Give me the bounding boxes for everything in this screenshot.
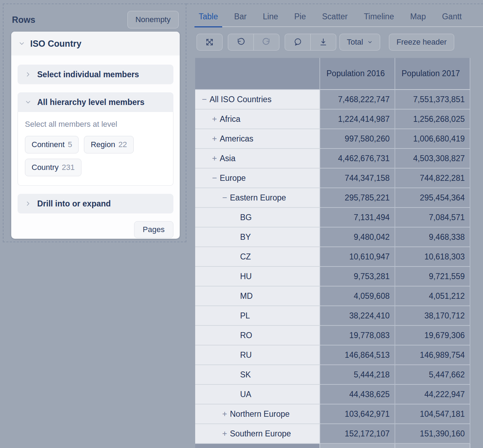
- row-label: MD: [240, 291, 253, 301]
- value-cell-2016: 744,347,158: [320, 169, 395, 188]
- level-label: Continent: [32, 140, 65, 149]
- expand-fullscreen-button[interactable]: [197, 34, 222, 50]
- expand-toggle-icon[interactable]: +: [221, 409, 228, 419]
- value-cell-2016: 10,610,947: [320, 247, 395, 267]
- value-cell-2017: 10,618,303: [395, 247, 470, 267]
- undo-icon: [236, 38, 245, 47]
- value-cell-2017: 4,051,212: [395, 286, 470, 306]
- tab-bar[interactable]: Bar: [230, 10, 251, 27]
- redo-button[interactable]: [253, 34, 279, 50]
- row-label-cell[interactable]: +Southern Europe: [195, 424, 320, 444]
- undo-button[interactable]: [228, 34, 253, 50]
- value-cell-2017: 38,170,712: [395, 306, 470, 326]
- expand-toggle-icon[interactable]: +: [221, 429, 228, 439]
- level-button-region[interactable]: Region22: [84, 136, 133, 153]
- partial-value-cell: [320, 444, 395, 448]
- comment-button[interactable]: [285, 34, 310, 50]
- row-label-cell[interactable]: +Americas: [195, 129, 320, 149]
- section-all-hierarchy-level-members[interactable]: All hierarchy level members: [18, 92, 173, 112]
- section-select-individual-members[interactable]: Select individual members: [18, 65, 173, 84]
- nonempty-button[interactable]: Nonempty: [127, 11, 179, 28]
- row-label-cell[interactable]: +Asia: [195, 149, 320, 169]
- row-label-cell[interactable]: SK: [195, 365, 320, 385]
- collapse-toggle-icon[interactable]: −: [201, 94, 207, 104]
- level-button-country[interactable]: Country231: [25, 159, 81, 176]
- row-label-cell[interactable]: BY: [195, 228, 320, 247]
- row-label: PL: [240, 311, 250, 321]
- expand-toggle-icon[interactable]: +: [211, 134, 218, 144]
- value-cell-2017: 5,447,662: [395, 365, 470, 385]
- row-label: RU: [240, 350, 252, 360]
- value-cell-2016: 146,864,513: [320, 345, 395, 365]
- chevron-right-icon: [25, 71, 32, 78]
- row-label-cell[interactable]: MD: [195, 286, 320, 306]
- value-cell-2017: 19,679,306: [395, 326, 470, 345]
- row-label-cell[interactable]: −Eastern Europe: [195, 188, 320, 208]
- value-cell-2016: 4,462,676,731: [320, 149, 395, 169]
- total-dropdown[interactable]: Total: [340, 34, 380, 50]
- freeze-header-button[interactable]: Freeze header: [389, 34, 454, 50]
- value-cell-2017: 1,006,680,419: [395, 129, 470, 149]
- section-drill-into-or-expand[interactable]: Drill into or expand: [18, 194, 173, 213]
- value-cell-2016: 152,172,107: [320, 424, 395, 444]
- row-label-cell[interactable]: CZ: [195, 247, 320, 267]
- tab-map[interactable]: Map: [406, 10, 430, 27]
- value-cell-2017: 9,468,338: [395, 228, 470, 247]
- section-label: Drill into or expand: [37, 199, 111, 209]
- level-label: Region: [91, 140, 115, 149]
- expand-icon: [205, 38, 214, 47]
- row-label-cell[interactable]: UA: [195, 385, 320, 404]
- column-header[interactable]: Population 2016: [320, 58, 395, 90]
- expand-toggle-icon[interactable]: +: [211, 114, 218, 124]
- row-label-cell[interactable]: HU: [195, 267, 320, 286]
- download-button[interactable]: [310, 34, 336, 50]
- row-label: BG: [240, 213, 252, 222]
- row-label: SK: [240, 370, 251, 380]
- comment-bubble-icon: [293, 38, 302, 47]
- value-cell-2017: 295,454,364: [395, 188, 470, 208]
- value-cell-2017: 146,989,754: [395, 345, 470, 365]
- tab-timeline[interactable]: Timeline: [359, 10, 398, 27]
- value-cell-2016: 44,438,625: [320, 385, 395, 404]
- level-member-count: 5: [68, 140, 72, 149]
- value-cell-2017: 7,084,571: [395, 208, 470, 228]
- row-label-cell[interactable]: −All ISO Countries: [195, 90, 320, 110]
- value-cell-2017: 1,256,268,025: [395, 110, 470, 129]
- value-cell-2016: 4,059,608: [320, 286, 395, 306]
- rows-drop-zone: Rows Nonempty ISO Country Select individ…: [3, 4, 186, 242]
- row-label: BY: [240, 232, 251, 242]
- row-label: Asia: [220, 154, 236, 163]
- row-label-cell[interactable]: PL: [195, 306, 320, 326]
- tab-table[interactable]: Table: [194, 10, 222, 27]
- table-toolbar: Total Freeze header: [197, 34, 454, 51]
- row-label-cell[interactable]: +Northern Europe: [195, 404, 320, 424]
- row-label-cell[interactable]: BG: [195, 208, 320, 228]
- value-cell-2016: 5,444,218: [320, 365, 395, 385]
- expand-toggle-icon[interactable]: +: [211, 153, 218, 163]
- row-label-cell[interactable]: RU: [195, 345, 320, 365]
- rows-panel-title: Rows: [12, 15, 35, 25]
- row-label: RO: [240, 331, 252, 340]
- partial-row-label-cell: [195, 444, 320, 448]
- collapse-toggle-icon[interactable]: −: [211, 173, 218, 183]
- column-header[interactable]: Population 2017: [395, 58, 470, 90]
- value-cell-2017: 744,822,281: [395, 169, 470, 188]
- pivot-table: Population 2016Population 2017−All ISO C…: [195, 58, 470, 448]
- pages-button[interactable]: Pages: [134, 221, 173, 238]
- value-cell-2016: 38,224,410: [320, 306, 395, 326]
- tab-gantt[interactable]: Gantt: [438, 10, 466, 27]
- collapse-toggle-icon[interactable]: −: [221, 193, 228, 203]
- chevron-down-icon: [18, 40, 25, 47]
- row-label-cell[interactable]: RO: [195, 326, 320, 345]
- tab-line[interactable]: Line: [259, 10, 282, 27]
- value-cell-2017: 9,721,559: [395, 267, 470, 286]
- value-cell-2017: 151,390,160: [395, 424, 470, 444]
- tab-scatter[interactable]: Scatter: [318, 10, 352, 27]
- iso-country-card-header[interactable]: ISO Country: [11, 32, 180, 55]
- row-label-cell[interactable]: −Europe: [195, 169, 320, 188]
- row-label: Southern Europe: [230, 429, 291, 439]
- level-button-continent[interactable]: Continent5: [25, 136, 79, 153]
- row-label-cell[interactable]: +Africa: [195, 110, 320, 129]
- tab-pie[interactable]: Pie: [290, 10, 310, 27]
- value-cell-2017: 4,503,308,827: [395, 149, 470, 169]
